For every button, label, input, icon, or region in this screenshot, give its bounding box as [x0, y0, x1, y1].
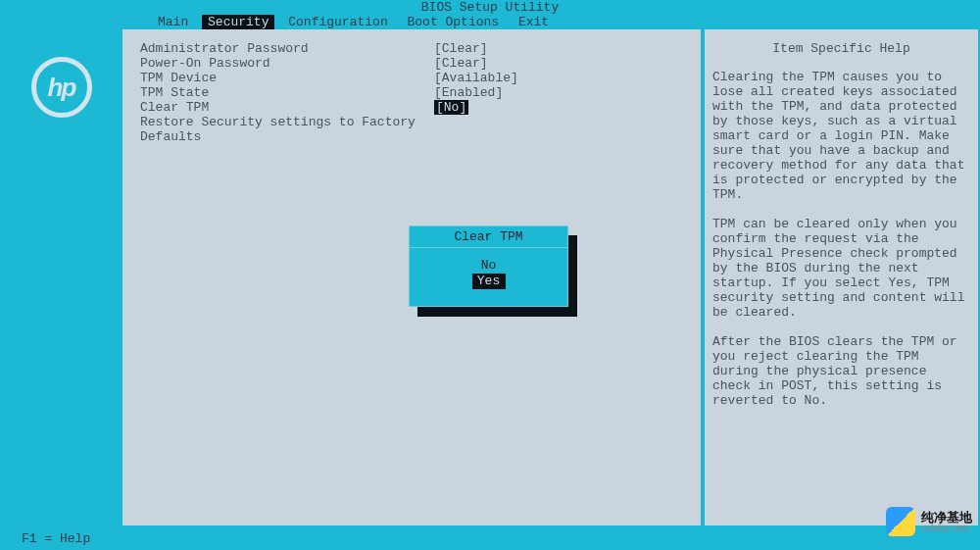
watermark: 纯净基地 czlaby.com: [886, 507, 972, 536]
setting-label: TPM Device: [140, 71, 434, 85]
setting-label: Power-On Password: [140, 56, 434, 71]
watermark-icon: [886, 507, 915, 536]
setting-row[interactable]: Restore Security settings to Factory Def…: [140, 115, 683, 129]
watermark-text: 纯净基地: [921, 511, 972, 524]
setting-row[interactable]: TPM State[Enabled]: [140, 85, 683, 100]
setting-row[interactable]: TPM Device[Available]: [140, 71, 683, 85]
dialog-title: Clear TPM: [410, 229, 567, 248]
setting-label: Administrator Password: [140, 41, 434, 56]
dialog-option-no[interactable]: No: [410, 258, 567, 274]
setting-row[interactable]: Clear TPM[No]: [140, 100, 683, 115]
setting-row[interactable]: Power-On Password[Clear]: [140, 56, 683, 71]
setting-value[interactable]: [No]: [434, 100, 468, 115]
dialog-option-yes[interactable]: Yes: [472, 274, 506, 289]
menu-bar: Main Security Configuration Boot Options…: [0, 15, 980, 29]
help-paragraph: Clearing the TPM causes you to lose all …: [712, 70, 970, 202]
footer-bar: F1 = Help: [0, 527, 980, 550]
settings-panel: Administrator Password[Clear]Power-On Pa…: [122, 29, 703, 527]
menu-tab-boot-options[interactable]: Boot Options: [402, 15, 506, 29]
setting-label: Restore Security settings to Factory Def…: [140, 115, 434, 129]
menu-tab-exit[interactable]: Exit: [513, 15, 555, 29]
hp-logo-icon: hp: [31, 57, 92, 118]
setting-value[interactable]: [Enabled]: [434, 85, 503, 100]
menu-tab-configuration[interactable]: Configuration: [282, 15, 393, 29]
clear-tpm-dialog: Clear TPM NoYes: [409, 225, 568, 307]
setting-value[interactable]: [Clear]: [434, 56, 488, 71]
brand-sidebar: hp: [0, 29, 122, 527]
setting-label: TPM State: [140, 85, 434, 100]
watermark-url: czlaby.com: [921, 524, 972, 533]
help-title: Item Specific Help: [712, 41, 970, 56]
setting-value[interactable]: [Clear]: [434, 41, 488, 56]
help-paragraph: After the BIOS clears the TPM or you rej…: [712, 334, 970, 408]
bios-title: BIOS Setup Utility: [0, 0, 980, 15]
setting-label: Clear TPM: [140, 100, 434, 115]
menu-tab-main[interactable]: Main: [152, 15, 194, 29]
help-paragraph: TPM can be cleared only when you confirm…: [712, 217, 970, 320]
help-hint: F1 = Help: [22, 531, 90, 546]
help-panel: Item Specific Help Clearing the TPM caus…: [703, 29, 980, 527]
setting-value[interactable]: [Available]: [434, 71, 518, 85]
menu-tab-security[interactable]: Security: [202, 15, 274, 29]
setting-row[interactable]: Administrator Password[Clear]: [140, 41, 683, 56]
